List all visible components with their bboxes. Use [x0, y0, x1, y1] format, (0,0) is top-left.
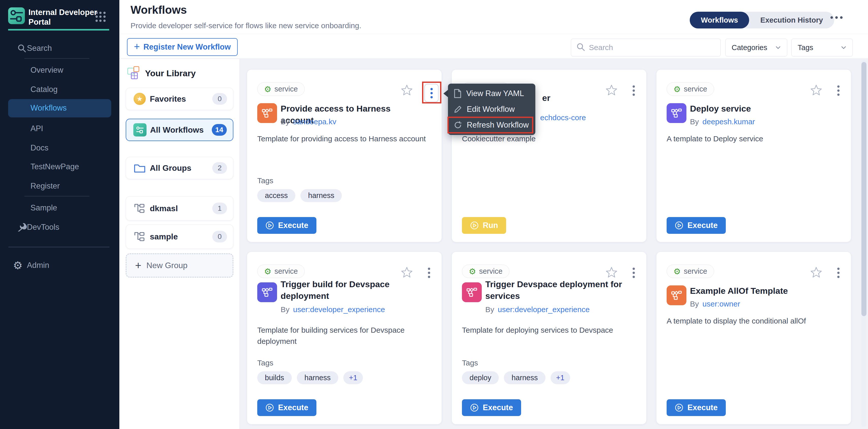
- tag-list: builds harness +1: [257, 371, 363, 384]
- brand-underline: [8, 29, 109, 30]
- favorite-star-icon[interactable]: [810, 84, 822, 95]
- workflow-description: Template for building services for Devsp…: [257, 324, 435, 347]
- workflow-card: ⚙ service Trigger build for Devspace dep…: [247, 252, 442, 424]
- apps-grid-icon[interactable]: [95, 12, 106, 22]
- execute-button[interactable]: Execute: [666, 399, 726, 416]
- tag: builds: [257, 371, 292, 384]
- tag-overflow[interactable]: +1: [551, 371, 570, 384]
- tag: deploy: [462, 371, 499, 384]
- tags-label: Tags: [257, 359, 273, 367]
- sidebar-item-register[interactable]: Register: [0, 179, 119, 193]
- gear-icon: ⚙: [674, 85, 681, 93]
- sidebar-item-workflows[interactable]: Workflows: [8, 99, 111, 117]
- favorite-star-icon[interactable]: [401, 266, 413, 278]
- execute-button[interactable]: Execute: [666, 217, 726, 234]
- kind-badge: ⚙ service: [666, 82, 714, 96]
- sidebar-item-api[interactable]: API: [0, 121, 119, 136]
- sidebar-item-testnewpage[interactable]: TestNewPage: [0, 160, 119, 174]
- toggle-execution-history[interactable]: Execution History: [749, 12, 834, 28]
- library-item-all-groups[interactable]: All Groups 2: [126, 157, 234, 179]
- folder-icon: [133, 163, 146, 173]
- play-circle-icon: [675, 403, 683, 412]
- file-icon: [454, 89, 462, 98]
- author-link[interactable]: user:owner: [703, 299, 740, 308]
- author-link[interactable]: deepesh.kumar: [703, 117, 755, 126]
- author-link-fragment[interactable]: echdocs-core: [540, 113, 586, 122]
- header-separator: [119, 34, 868, 34]
- favorite-star-icon[interactable]: [810, 266, 822, 278]
- library-title: Your Library: [145, 68, 196, 78]
- sidebar-item-search[interactable]: Search: [0, 41, 119, 55]
- workflow-card: ⚙ service Trigger Devspace deployment fo…: [452, 252, 647, 424]
- library-item-all-workflows[interactable]: All Workflows 14: [126, 119, 234, 141]
- card-menu-kebab-icon[interactable]: [424, 84, 439, 102]
- workflow-type-icon: [257, 282, 277, 302]
- scrollbar-thumb[interactable]: [861, 62, 866, 316]
- sidebar-item-overview[interactable]: Overview: [0, 63, 119, 77]
- count-badge: 14: [212, 124, 227, 136]
- library-header: Your Library: [126, 66, 196, 80]
- menu-item-refresh-workflow[interactable]: Refresh Workflow: [448, 117, 535, 133]
- gear-icon: ⚙: [264, 267, 272, 276]
- page-header: Workflows Provide developer self-service…: [119, 0, 868, 59]
- tag-list: deploy harness +1: [462, 371, 570, 384]
- workflow-description: A template to Deploy service: [666, 133, 844, 144]
- play-circle-icon: [266, 403, 274, 412]
- sidebar-item-admin[interactable]: ⚙ Admin: [0, 258, 119, 273]
- count-badge: 2: [212, 162, 227, 174]
- new-group-button[interactable]: + New Group: [126, 253, 234, 278]
- library-item-sample[interactable]: sample 0: [126, 224, 234, 249]
- card-menu-kebab-icon[interactable]: [837, 85, 840, 96]
- workflow-type-icon: [666, 285, 686, 305]
- card-menu-kebab-icon[interactable]: [837, 267, 840, 278]
- run-button[interactable]: Run: [462, 217, 506, 234]
- count-badge: 1: [212, 203, 227, 214]
- workflow-author: Bysandeepa.kv: [281, 117, 336, 126]
- workflow-description: A template to display the conditional al…: [666, 315, 844, 326]
- app-root: Internal Developer Portal Search Overvie…: [0, 0, 868, 429]
- group-sitemap-icon: [133, 231, 146, 242]
- app-logo-icon: [8, 7, 25, 24]
- card-menu-kebab-icon[interactable]: [632, 85, 635, 96]
- author-link[interactable]: user:developer_experience: [498, 305, 590, 314]
- card-menu-kebab-icon[interactable]: [632, 267, 635, 278]
- favorite-star-icon[interactable]: [401, 84, 413, 95]
- workflow-description: Template for providing access to Harness…: [257, 133, 435, 144]
- sidebar-item-docs[interactable]: Docs: [0, 141, 119, 155]
- tags-label: Tags: [462, 359, 478, 367]
- menu-item-edit-workflow[interactable]: Edit Workflow: [448, 102, 535, 117]
- execute-button[interactable]: Execute: [257, 217, 316, 234]
- header-more-icon[interactable]: [830, 16, 843, 19]
- sidebar-item-sample[interactable]: Sample: [0, 201, 119, 215]
- author-link[interactable]: sandeepa.kv: [293, 117, 336, 126]
- search-input[interactable]: [589, 43, 711, 52]
- page-subtitle: Provide developer self-service for flows…: [130, 21, 361, 30]
- author-link[interactable]: user:developer_experience: [293, 305, 385, 314]
- sidebar-item-devtools[interactable]: DevTools: [0, 220, 119, 234]
- execute-button[interactable]: Execute: [257, 399, 316, 416]
- view-toggle: Workflows Execution History: [690, 12, 834, 28]
- menu-item-view-raw-yaml[interactable]: View Raw YAML: [448, 86, 535, 102]
- card-menu-kebab-icon[interactable]: [428, 267, 430, 278]
- workflow-author: Bydeepesh.kumar: [690, 117, 755, 126]
- sidebar-item-catalog[interactable]: Catalog: [0, 82, 119, 96]
- card-context-menu: View Raw YAML Edit Workflow Refresh Work…: [448, 84, 535, 135]
- favorite-star-icon[interactable]: [606, 84, 617, 95]
- categories-dropdown[interactable]: Categories: [725, 39, 787, 56]
- group-sitemap-icon: [133, 203, 146, 213]
- toggle-workflows[interactable]: Workflows: [690, 12, 749, 28]
- favorite-star-icon[interactable]: [606, 266, 617, 278]
- menu-caret: [443, 89, 448, 97]
- tag-overflow[interactable]: +1: [343, 371, 363, 384]
- count-badge: 0: [212, 93, 227, 105]
- tags-label: Tags: [257, 176, 273, 185]
- workflow-title: Trigger Devspace deployment for services: [485, 278, 630, 302]
- workflow-title: Trigger build for Devspace deployment: [281, 278, 425, 302]
- library-item-favorites[interactable]: ★ Favorites 0: [126, 88, 234, 110]
- sidebar-item-label: Search: [27, 44, 52, 53]
- plus-icon: +: [135, 259, 142, 272]
- library-item-dkmasl[interactable]: dkmasl 1: [126, 196, 234, 221]
- register-new-workflow-button[interactable]: + Register New Workflow: [127, 38, 238, 56]
- tags-dropdown[interactable]: Tags: [791, 39, 853, 56]
- execute-button[interactable]: Execute: [462, 399, 521, 416]
